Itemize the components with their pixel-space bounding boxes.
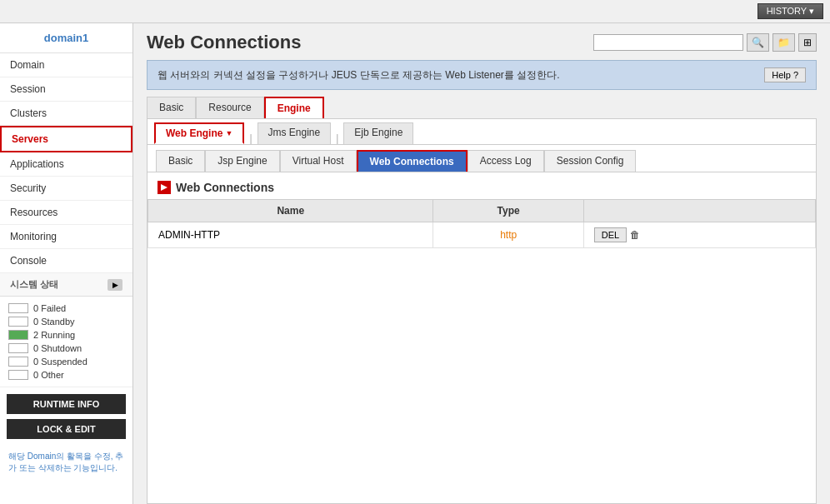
tabs-level3: Basic Jsp Engine Virtual Host Web Connec…	[148, 145, 816, 172]
search-input[interactable]	[593, 34, 743, 51]
main-panel: Web Engine ▼ | Jms Engine | Ejb Engine B…	[147, 118, 817, 504]
status-box-standby	[8, 317, 28, 327]
sidebar-item-clusters[interactable]: Clusters	[0, 102, 132, 126]
folder-button[interactable]: 📁	[772, 33, 795, 52]
tab-l3-access-log[interactable]: Access Log	[468, 150, 544, 172]
del-icon: 🗑	[630, 229, 640, 241]
web-engine-label: Web Engine	[166, 127, 222, 139]
content-header: Web Connections 🔍 📁 ⊞	[133, 23, 830, 57]
system-status-section: 시스템 상태 ▶	[0, 273, 132, 297]
status-standby: 0 Standby	[0, 315, 132, 328]
tab-l3-web-connections[interactable]: Web Connections	[357, 150, 468, 172]
runtime-info-button[interactable]: RUNTIME INFO	[7, 394, 126, 414]
tab-l3-basic[interactable]: Basic	[156, 150, 205, 172]
cell-type[interactable]: http	[433, 222, 583, 248]
tab-l3-virtual-host[interactable]: Virtual Host	[280, 150, 357, 172]
status-box-running	[8, 330, 28, 340]
section-header: Web Connections	[148, 172, 816, 199]
status-failed: 0 Failed	[0, 302, 132, 315]
tabs-level1: Basic Resource Engine	[133, 97, 830, 118]
tab-ejb-engine[interactable]: Ejb Engine	[343, 122, 413, 144]
section-icon	[158, 181, 171, 194]
sidebar-item-servers[interactable]: Servers	[0, 126, 132, 152]
tab-separator-1: |	[246, 122, 255, 144]
bottom-note: 해당 Domain의 활목을 수정, 추가 또는 삭제하는 기능입니다.	[0, 446, 132, 479]
col-type: Type	[433, 200, 583, 222]
table-row: ADMIN-HTTP http DEL 🗑	[148, 222, 816, 248]
status-box-failed	[8, 303, 28, 313]
info-text: 웹 서버와의 커넥션 설정을 구성하거나 JEUS 단독으로 제공하는 Web …	[158, 68, 560, 82]
tab-separator-2: |	[332, 122, 342, 144]
status-box-suspended	[8, 357, 28, 367]
del-cell: DEL 🗑	[594, 227, 805, 242]
data-table: Name Type ADMIN-HTTP http DEL 🗑	[148, 199, 816, 248]
tab-resource[interactable]: Resource	[196, 97, 263, 118]
cell-action: DEL 🗑	[583, 222, 815, 248]
status-running: 2 Running	[0, 328, 132, 342]
sidebar-item-resources[interactable]: Resources	[0, 201, 132, 225]
search-button[interactable]: 🔍	[747, 33, 769, 52]
status-running-label: 2 Running	[33, 330, 75, 340]
sidebar-item-security[interactable]: Security	[0, 177, 132, 201]
bottom-buttons: RUNTIME INFO LOCK & EDIT	[0, 387, 132, 446]
sidebar-item-session[interactable]: Session	[0, 77, 132, 102]
tab-jms-engine[interactable]: Jms Engine	[258, 122, 332, 144]
col-action	[583, 200, 815, 222]
status-standby-label: 0 Standby	[33, 317, 75, 327]
system-status-label: 시스템 상태	[10, 278, 58, 291]
toggle-button[interactable]: ▶	[108, 279, 122, 291]
status-suspended-label: 0 Suspended	[33, 357, 88, 367]
tab-l3-session-config[interactable]: Session Config	[544, 150, 637, 172]
tab-l3-jsp-engine[interactable]: Jsp Engine	[205, 150, 279, 172]
section-title: Web Connections	[176, 181, 274, 194]
content-area: Web Connections 🔍 📁 ⊞ 웹 서버와의 커넥션 설정을 구성하…	[133, 23, 830, 504]
sidebar: domain1 Domain Session Clusters Servers …	[0, 23, 133, 504]
status-other: 0 Other	[0, 368, 132, 382]
tab-web-engine[interactable]: Web Engine ▼	[154, 122, 244, 144]
status-shutdown: 0 Shutdown	[0, 342, 132, 355]
del-button[interactable]: DEL	[594, 227, 627, 242]
status-suspended: 0 Suspended	[0, 355, 132, 368]
sidebar-item-console[interactable]: Console	[0, 249, 132, 273]
tab-basic[interactable]: Basic	[147, 97, 196, 118]
web-engine-arrow: ▼	[225, 129, 232, 137]
sidebar-item-domain[interactable]: Domain	[0, 53, 132, 77]
status-shutdown-label: 0 Shutdown	[33, 343, 82, 353]
header-tools: 🔍 📁 ⊞	[593, 33, 817, 52]
help-button[interactable]: Help ?	[764, 67, 806, 82]
lock-edit-button[interactable]: LOCK & EDIT	[7, 419, 126, 439]
info-bar: 웹 서버와의 커넥션 설정을 구성하거나 JEUS 단독으로 제공하는 Web …	[147, 60, 817, 90]
grid-button[interactable]: ⊞	[798, 33, 817, 52]
history-button[interactable]: HISTORY ▾	[758, 3, 823, 19]
status-box-other	[8, 370, 28, 380]
status-list: 0 Failed 0 Standby 2 Running 0 Shutdown …	[0, 297, 132, 387]
tab-engine[interactable]: Engine	[264, 97, 324, 118]
sidebar-item-monitoring[interactable]: Monitoring	[0, 225, 132, 249]
col-name: Name	[148, 200, 433, 222]
cell-name: ADMIN-HTTP	[148, 222, 433, 248]
page-title: Web Connections	[147, 32, 301, 53]
main-layout: domain1 Domain Session Clusters Servers …	[0, 23, 830, 504]
tabs-level2: Web Engine ▼ | Jms Engine | Ejb Engine	[148, 119, 816, 145]
status-other-label: 0 Other	[33, 370, 64, 380]
sidebar-item-applications[interactable]: Applications	[0, 152, 132, 177]
status-box-shutdown	[8, 343, 28, 353]
status-failed-label: 0 Failed	[33, 303, 66, 313]
top-bar: HISTORY ▾	[0, 0, 830, 23]
sidebar-domain[interactable]: domain1	[0, 23, 132, 53]
